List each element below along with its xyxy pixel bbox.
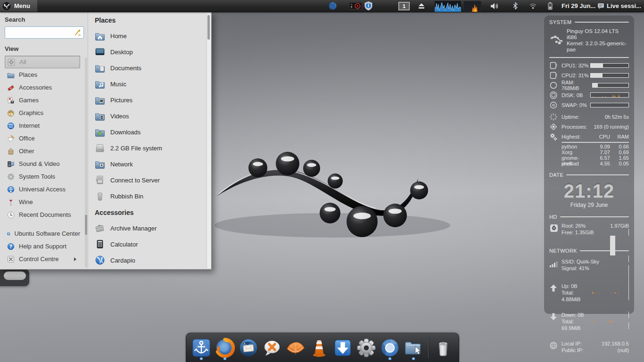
category-universal-access[interactable]: Universal Access — [5, 183, 80, 196]
software-center-icon — [7, 230, 10, 238]
activity-flame-graph[interactable] — [463, 0, 481, 12]
search-input[interactable] — [5, 26, 84, 39]
category-recent-documents[interactable]: Recent Documents — [5, 208, 80, 221]
control-centre-icon — [7, 255, 15, 263]
category-places[interactable]: Places — [5, 68, 80, 81]
category-system-tools[interactable]: System Tools — [5, 170, 80, 183]
dock-icon-thunderbird[interactable] — [237, 336, 260, 360]
dock-icon-clementine[interactable] — [284, 336, 307, 360]
cpu1-row: CPU1: 32% — [549, 61, 629, 69]
folder-music-icon — [95, 79, 105, 89]
local-ip-label: Local IP: — [561, 340, 583, 347]
battery-tray-icon[interactable] — [548, 0, 553, 12]
action-software-center[interactable]: Ubuntu Software Center — [5, 227, 80, 240]
help-icon: ? — [7, 243, 15, 250]
place-filesystem[interactable]: 2.2 GB File system — [95, 140, 205, 156]
category-office[interactable]: Office — [5, 132, 80, 145]
swap-row: SWAP: 0% — [549, 101, 629, 109]
gear-icon — [7, 173, 15, 181]
view-title: View — [5, 45, 88, 52]
process-row: preload4.550.05 — [561, 161, 629, 166]
volume-tray-icon[interactable] — [490, 0, 499, 12]
dock-icon-chromium[interactable] — [379, 336, 401, 360]
dock-icon-firefox[interactable] — [214, 336, 236, 360]
clear-search-broom-icon[interactable] — [74, 29, 82, 36]
processes-row: Processes: 169 (0 running) — [549, 123, 629, 131]
hd-root-label: Root: 26% — [561, 222, 594, 229]
kernel-version: Kernel: 3.2.0-25-generic-pae — [567, 41, 629, 53]
place-desktop[interactable]: Desktop — [95, 44, 205, 60]
drive-icon — [95, 143, 105, 153]
down-label: Down: 0B — [561, 312, 591, 318]
ram-bar — [593, 83, 598, 87]
cpu2-row: CPU2: 31% — [549, 71, 629, 79]
place-rubbish-bin[interactable]: Rubbish Bin — [95, 188, 205, 204]
dock-icon-vlc[interactable] — [308, 336, 330, 360]
category-internet[interactable]: Internet — [5, 119, 80, 132]
pane-separator[interactable] — [85, 58, 87, 267]
session-indicator[interactable]: Live sessi... — [607, 0, 641, 12]
pinguy-swirl-tray-icon[interactable] — [328, 0, 337, 12]
action-help-support[interactable]: ? Help and Support — [5, 240, 80, 253]
place-pictures[interactable]: Pictures — [95, 92, 205, 108]
place-videos[interactable]: Videos — [95, 108, 205, 124]
palette-icon — [7, 109, 15, 117]
shield-info-tray-icon[interactable] — [364, 0, 373, 12]
place-network[interactable]: Network — [95, 156, 205, 172]
eject-tray-icon[interactable] — [418, 0, 425, 12]
place-connect-server[interactable]: Connect to Server — [95, 172, 205, 188]
place-documents[interactable]: Documents — [95, 60, 205, 76]
globe-grid-icon — [549, 341, 558, 350]
place-music[interactable]: Music — [95, 76, 205, 92]
category-other[interactable]: Other — [5, 145, 80, 157]
dock-icon-file-manager[interactable] — [402, 336, 425, 360]
place-label: Network — [110, 161, 133, 168]
action-control-centre[interactable]: Control Centre — [5, 253, 80, 265]
wine-glass-icon — [7, 198, 15, 206]
folder-network-icon — [95, 159, 105, 169]
place-label: Desktop — [110, 49, 133, 56]
workspace-switcher[interactable]: 1 — [398, 0, 410, 12]
place-downloads[interactable]: Downloads — [95, 124, 205, 140]
date-header: DATE — [549, 172, 563, 178]
ram-row: RAM: 768MiB — [549, 81, 629, 89]
bluetooth-tray-icon[interactable] — [513, 0, 518, 12]
category-accessories[interactable]: Accessories — [5, 81, 80, 94]
category-all[interactable]: All — [5, 56, 80, 68]
category-graphics[interactable]: Graphics — [5, 107, 80, 119]
dock-icon-settings-gear[interactable] — [355, 336, 378, 360]
app-label: Archive Manager — [110, 225, 157, 232]
category-list: All Places Accessories Games Graphics In… — [5, 56, 88, 221]
category-sound-video[interactable]: Sound & Video — [5, 157, 80, 170]
swap-icon — [549, 101, 558, 109]
cpu-history-graph[interactable] — [435, 0, 461, 12]
panel-clock[interactable]: Fri 29 Jun... — [561, 0, 595, 12]
signal-bars-icon — [549, 260, 558, 268]
dock-icon-trash[interactable] — [432, 336, 454, 360]
screen-recorder-tray-icon[interactable] — [349, 0, 362, 12]
menu-button[interactable]: Menu — [0, 0, 37, 12]
folder-downloads-icon — [95, 127, 105, 137]
dock-icon-software-center[interactable] — [331, 336, 354, 360]
place-home[interactable]: Home — [95, 28, 205, 44]
dock-icon-messaging-chat[interactable] — [261, 336, 283, 360]
disk-row: DISK: 0B — [549, 91, 629, 99]
category-wine[interactable]: Wine — [5, 196, 80, 208]
accessories-section-title: Accessories — [95, 209, 205, 218]
menu-scrollbar-thumb[interactable] — [207, 15, 210, 40]
menu-scrollbar[interactable] — [206, 13, 211, 268]
cpu2-bar — [591, 74, 603, 77]
category-games[interactable]: Games — [5, 94, 80, 107]
app-cardapio[interactable]: Cardapio — [95, 252, 205, 268]
app-calculator[interactable]: Calculator — [95, 236, 205, 252]
messaging-tray-icon[interactable] — [597, 0, 604, 12]
dock-icon-docky[interactable] — [190, 336, 213, 360]
app-archive-manager[interactable]: Archive Manager — [95, 220, 205, 236]
desktop-drawer[interactable] — [0, 269, 29, 286]
running-indicator — [200, 357, 203, 360]
running-indicator — [388, 357, 392, 360]
game-icon — [7, 97, 15, 104]
place-label: 2.2 GB File system — [110, 145, 162, 152]
wifi-tray-icon[interactable] — [529, 0, 537, 12]
os-name: Pinguy OS 12.04 LTS i686 — [567, 28, 629, 41]
